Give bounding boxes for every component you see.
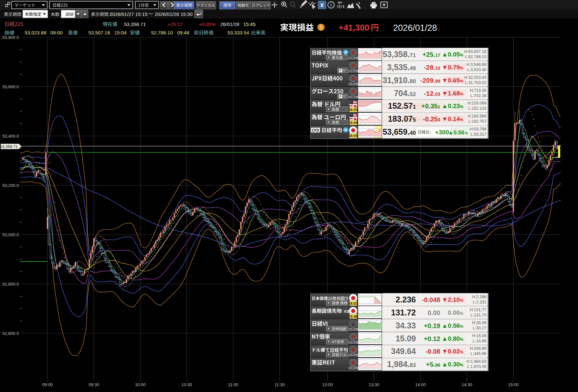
svg-text:H:53,507.18: H:53,507.18 bbox=[464, 49, 486, 54]
svg-text:11:30: 11:30 bbox=[275, 382, 285, 387]
svg-text:16:04: 16:04 bbox=[349, 108, 358, 112]
svg-text:53,023.88: 53,023.88 bbox=[25, 30, 46, 35]
svg-text:+300: +300 bbox=[435, 129, 449, 136]
svg-text:L:702.38: L:702.38 bbox=[470, 93, 486, 98]
svg-text:-0.08: -0.08 bbox=[425, 348, 440, 355]
svg-text:15:45: 15:45 bbox=[243, 21, 256, 27]
svg-text:H:713.35: H:713.35 bbox=[470, 88, 486, 93]
svg-text:53,600.0: 53,600.0 bbox=[2, 84, 19, 89]
svg-text:01/28: 01/28 bbox=[349, 69, 358, 73]
svg-text:2026/01/28 15:30: 2026/01/28 15:30 bbox=[155, 11, 193, 17]
svg-text:13:00: 13:00 bbox=[322, 382, 333, 387]
svg-text:52,600.0: 52,600.0 bbox=[2, 331, 19, 336]
svg-text:01/28: 01/28 bbox=[349, 340, 358, 344]
svg-text:H:2.288: H:2.288 bbox=[472, 295, 486, 299]
svg-text:15.09: 15.09 bbox=[395, 334, 416, 343]
svg-text:0.00: 0.00 bbox=[428, 309, 440, 316]
svg-text:L:2.231: L:2.231 bbox=[473, 300, 486, 304]
svg-text:09:30: 09:30 bbox=[89, 382, 99, 387]
svg-text:53,200.0: 53,200.0 bbox=[2, 183, 19, 188]
svg-text:L:33.27: L:33.27 bbox=[473, 326, 486, 330]
svg-text:53,507.18: 53,507.18 bbox=[88, 30, 110, 35]
svg-text:L:3,520.40: L:3,520.40 bbox=[467, 67, 486, 72]
svg-text:52,800.0: 52,800.0 bbox=[2, 282, 19, 287]
svg-text:L:31,753.02: L:31,753.02 bbox=[465, 80, 486, 85]
svg-text:358: 358 bbox=[65, 11, 73, 17]
svg-text:H:1,984.83: H:1,984.83 bbox=[467, 359, 486, 364]
svg-text:+0.12: +0.12 bbox=[424, 335, 440, 342]
svg-text:+41,300: +41,300 bbox=[339, 23, 369, 32]
svg-text:16:03: 16:03 bbox=[349, 301, 358, 305]
svg-text:131.72: 131.72 bbox=[391, 308, 416, 317]
svg-text:!: ! bbox=[320, 25, 322, 30]
svg-text:09:48: 09:48 bbox=[177, 30, 189, 35]
svg-text:2.236: 2.236 bbox=[395, 295, 416, 304]
svg-text:26/01/28: 26/01/28 bbox=[220, 21, 239, 27]
svg-text:52,788.10: 52,788.10 bbox=[151, 30, 173, 35]
svg-text:11:00: 11:00 bbox=[228, 382, 238, 387]
svg-text:15:04: 15:04 bbox=[114, 30, 127, 35]
svg-text:L:52,788.10: L:52,788.10 bbox=[465, 55, 486, 59]
svg-text:-0.253: -0.253 bbox=[423, 116, 441, 123]
svg-text:+0.351: +0.351 bbox=[421, 103, 441, 110]
svg-text:%: % bbox=[465, 131, 468, 135]
svg-text:01/28: 01/28 bbox=[349, 353, 358, 357]
svg-text:L:14.98: L:14.98 bbox=[473, 339, 486, 343]
svg-text:53,358.71: 53,358.71 bbox=[0, 144, 18, 149]
svg-text:01/28: 01/28 bbox=[349, 56, 358, 60]
svg-text:H:53,799: H:53,799 bbox=[470, 127, 486, 131]
svg-text:L:152.132: L:152.132 bbox=[468, 106, 486, 111]
svg-text:01/28: 01/28 bbox=[349, 95, 358, 99]
svg-text:53,400.0: 53,400.0 bbox=[2, 134, 19, 139]
svg-text:13:30: 13:30 bbox=[369, 382, 379, 387]
svg-text:L:182.757: L:182.757 bbox=[468, 119, 486, 124]
svg-text:H:15.09: H:15.09 bbox=[472, 334, 486, 338]
svg-text:H:32,023.43: H:32,023.43 bbox=[464, 75, 486, 80]
svg-text:152.571: 152.571 bbox=[388, 101, 416, 110]
svg-text:L:53,317: L:53,317 bbox=[470, 132, 486, 137]
svg-text:14:00: 14:00 bbox=[415, 382, 426, 387]
svg-text:+25.17: +25.17 bbox=[168, 21, 183, 27]
svg-text:349.64: 349.64 bbox=[391, 347, 416, 356]
svg-text:14:30: 14:30 bbox=[462, 382, 472, 387]
svg-text:H:349.99: H:349.99 bbox=[470, 346, 486, 351]
svg-text:01/28: 01/28 bbox=[349, 327, 358, 331]
svg-text:183.075: 183.075 bbox=[388, 114, 416, 123]
svg-text:L:1,970.05: L:1,970.05 bbox=[467, 364, 486, 369]
svg-text:10:30: 10:30 bbox=[182, 382, 192, 387]
svg-text:2026/01/27 15:15: 2026/01/27 15:15 bbox=[109, 11, 148, 17]
svg-text:01/28: 01/28 bbox=[349, 82, 358, 86]
svg-text:53,000.0: 53,000.0 bbox=[2, 232, 19, 237]
svg-text:L:131.70: L:131.70 bbox=[470, 313, 486, 317]
svg-text:H:35.06: H:35.06 bbox=[472, 321, 486, 325]
svg-text:01/28: 01/28 bbox=[349, 366, 358, 370]
svg-text:¥: ¥ bbox=[320, 2, 324, 8]
svg-text:MY: MY bbox=[338, 1, 342, 4]
svg-text:+0.05%: +0.05% bbox=[199, 21, 215, 27]
svg-text:H:3,548.69: H:3,548.69 bbox=[467, 62, 486, 67]
svg-text:H:131.77: H:131.77 bbox=[470, 308, 486, 312]
svg-text:H:183.568: H:183.568 bbox=[468, 114, 486, 118]
svg-text:15:00: 15:00 bbox=[508, 382, 519, 387]
svg-text:i: i bbox=[330, 2, 332, 7]
svg-text:-0.048: -0.048 bbox=[422, 296, 440, 303]
svg-text:16:04: 16:04 bbox=[349, 134, 358, 138]
svg-text:34.33: 34.33 bbox=[395, 321, 416, 330]
svg-text:15:48: 15:48 bbox=[349, 314, 358, 318]
svg-text:09:00: 09:00 bbox=[50, 30, 63, 35]
svg-text:▲0.56: ▲0.56 bbox=[448, 129, 464, 136]
svg-text:53,358.71: 53,358.71 bbox=[124, 21, 146, 27]
svg-text:H:153.069: H:153.069 bbox=[468, 101, 486, 105]
svg-text:16:04: 16:04 bbox=[349, 121, 358, 125]
svg-text:53,333.54: 53,333.54 bbox=[227, 30, 249, 35]
svg-text:2026/01/28: 2026/01/28 bbox=[393, 23, 437, 33]
svg-text:L:345.96: L:345.96 bbox=[470, 351, 486, 356]
svg-text:10:00: 10:00 bbox=[135, 382, 146, 387]
svg-text:+0.19: +0.19 bbox=[424, 322, 440, 329]
svg-text:09:00: 09:00 bbox=[42, 382, 53, 387]
